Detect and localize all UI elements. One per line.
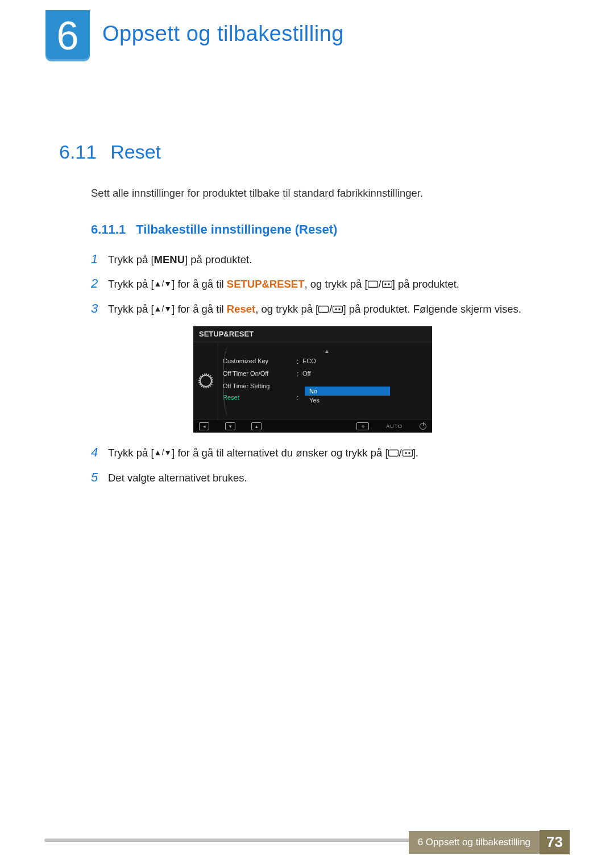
osd-title: SETUP&RESET — [193, 326, 432, 342]
svg-point-7 — [339, 308, 341, 310]
svg-rect-5 — [333, 306, 343, 313]
section-number: 6.11 — [59, 141, 97, 163]
subsection: 6.11.1Tilbakestille innstillingene (Rese… — [91, 222, 563, 485]
section-title: Reset — [110, 141, 161, 163]
subsection-title: Tilbakestille innstillingene (Reset) — [136, 222, 337, 236]
step-number: 1 — [91, 252, 108, 267]
step-text: Trykk på [▲/▼] for å gå til SETUP&RESET,… — [108, 277, 459, 292]
footer-badge: 6 Oppsett og tilbakestilling 73 — [409, 830, 570, 854]
svg-rect-4 — [319, 306, 329, 313]
step-text: Trykk på [▲/▼] for å gå til Reset, og tr… — [108, 302, 521, 317]
back-icon: ◂ — [199, 422, 209, 430]
step-2: 2 Trykk på [▲/▼] for å gå til SETUP&RESE… — [91, 276, 563, 292]
step-text: Trykk på [MENU] på produktet. — [108, 252, 252, 267]
up-down-icon: ▲/▼ — [154, 447, 172, 459]
section-description: Sett alle innstillinger for produktet ti… — [91, 187, 563, 200]
down-icon: ▾ — [225, 422, 235, 430]
page: 6 Oppsett og tilbakestilling 6.11Reset S… — [0, 0, 614, 868]
osd-arc — [223, 346, 246, 416]
osd-left-pane — [193, 342, 218, 420]
svg-point-3 — [388, 283, 389, 285]
svg-rect-0 — [368, 281, 377, 287]
chapter-tab: 6 — [45, 10, 90, 61]
page-footer: 6 Oppsett og tilbakestilling 73 — [0, 830, 614, 854]
step-4: 4 Trykk på [▲/▼] for å gå til alternativ… — [91, 445, 563, 461]
svg-rect-9 — [403, 450, 412, 456]
enter-icon: ⎆ — [356, 422, 369, 430]
step-text: Trykk på [▲/▼] for å gå til alternativet… — [108, 446, 418, 461]
step-5: 5 Det valgte alternativet brukes. — [91, 470, 563, 485]
reset-label: Reset — [227, 303, 255, 315]
step-number: 3 — [91, 301, 108, 316]
svg-rect-8 — [388, 450, 398, 456]
step-text: Det valgte alternativet brukes. — [108, 471, 247, 485]
setup-reset-label: SETUP&RESET — [227, 278, 305, 290]
osd-screenshot: SETUP&RESET ▲ Customized Key : ECO — [193, 326, 432, 433]
up-down-icon: ▲/▼ — [154, 279, 172, 290]
up-down-icon: ▲/▼ — [154, 304, 172, 315]
gear-icon — [200, 375, 212, 387]
footer-chapter-label: 6 Oppsett og tilbakestilling — [409, 831, 540, 854]
osd-body: ▲ Customized Key : ECO Off Timer On/Off … — [193, 342, 432, 420]
subsection-number: 6.11.1 — [91, 222, 126, 236]
step-number: 2 — [91, 276, 108, 291]
svg-point-6 — [335, 308, 337, 310]
select-source-icon: / — [318, 302, 343, 317]
step-number: 5 — [91, 470, 108, 485]
osd-row: Off Timer On/Off : Off — [223, 368, 431, 380]
svg-rect-1 — [382, 281, 392, 287]
svg-point-11 — [408, 452, 410, 454]
up-arrow-icon: ▲ — [223, 348, 431, 354]
step-1: 1 Trykk på [MENU] på produktet. — [91, 252, 563, 267]
osd-item-value: Off — [302, 370, 310, 378]
select-source-icon: / — [368, 277, 392, 292]
step-number: 4 — [91, 445, 108, 460]
osd-item-value: ECO — [302, 358, 316, 366]
page-number: 73 — [540, 830, 570, 854]
select-source-icon: / — [388, 446, 413, 460]
osd-option: Yes — [305, 396, 390, 405]
osd-option-selected: No — [305, 387, 390, 396]
osd-popup: No Yes — [305, 387, 390, 405]
section: 6.11Reset Sett alle innstillinger for pr… — [59, 141, 563, 495]
section-heading: 6.11Reset — [59, 141, 563, 163]
auto-label: AUTO — [386, 423, 403, 429]
osd-list: ▲ Customized Key : ECO Off Timer On/Off … — [218, 342, 432, 420]
menu-label: MENU — [154, 254, 185, 265]
power-icon — [420, 423, 426, 430]
svg-point-2 — [384, 283, 386, 285]
osd-button-bar: ◂ ▾ ▴ ⎆ AUTO — [193, 420, 432, 433]
step-3: 3 Trykk på [▲/▼] for å gå til Reset, og … — [91, 301, 563, 317]
svg-point-10 — [405, 452, 406, 454]
up-icon: ▴ — [251, 422, 262, 430]
osd-row: Customized Key : ECO — [223, 355, 431, 368]
subsection-heading: 6.11.1Tilbakestille innstillingene (Rese… — [91, 222, 563, 237]
chapter-title: Oppsett og tilbakestilling — [102, 22, 344, 46]
chapter-number: 6 — [45, 10, 90, 61]
